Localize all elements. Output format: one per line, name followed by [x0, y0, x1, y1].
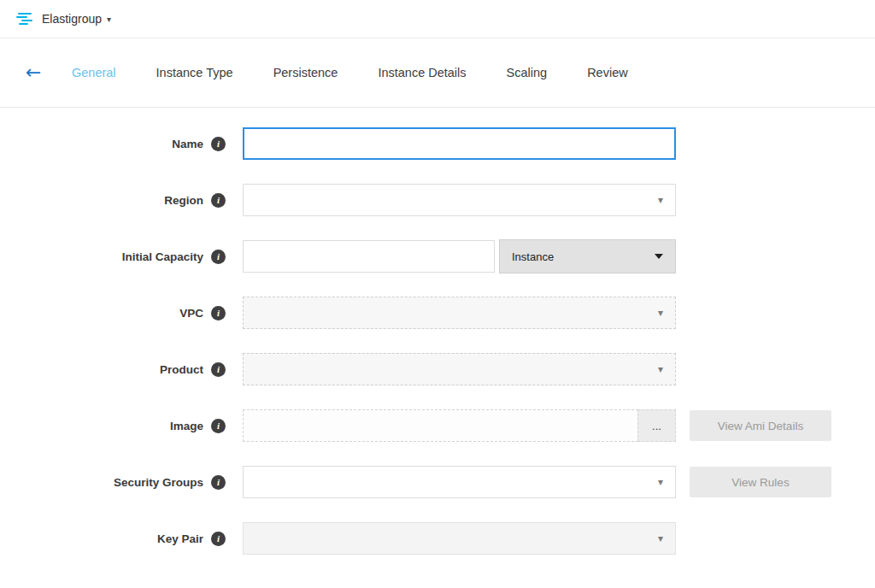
tab-review[interactable]: Review — [587, 66, 628, 79]
product-select[interactable]: ▾ — [243, 353, 676, 385]
form-row-region: Region i ▾ — [0, 184, 875, 216]
initial-capacity-input[interactable] — [243, 240, 495, 273]
form-row-key-pair: Key Pair i ▾ — [0, 522, 875, 555]
app-header: Elastigroup ▾ — [0, 0, 875, 38]
info-icon[interactable]: i — [211, 419, 226, 433]
form-row-vpc: VPC i ▾ — [0, 297, 875, 329]
caret-down-icon: ▾ — [658, 363, 663, 375]
info-icon[interactable]: i — [211, 250, 226, 264]
key-pair-label: Key Pair — [157, 532, 203, 545]
image-label: Image — [170, 420, 203, 432]
caret-down-icon: ▾ — [658, 194, 663, 206]
image-field-group: ... — [243, 409, 676, 442]
tabs: General Instance Type Persistence Instan… — [72, 66, 628, 79]
elastigroup-logo-icon — [15, 12, 34, 26]
tab-scaling[interactable]: Scaling — [507, 66, 548, 79]
view-ami-details-button[interactable]: View Ami Details — [690, 410, 831, 441]
back-button[interactable]: ← — [21, 63, 46, 82]
image-browse-button[interactable]: ... — [637, 409, 676, 442]
app-title[interactable]: Elastigroup — [42, 12, 102, 26]
view-rules-button[interactable]: View Rules — [690, 467, 831, 497]
initial-capacity-label: Initial Capacity — [122, 250, 203, 263]
form-row-name: Name i — [0, 127, 875, 160]
wizard-tab-bar: ← General Instance Type Persistence Inst… — [0, 38, 875, 108]
product-label: Product — [160, 363, 203, 376]
name-input[interactable] — [243, 127, 676, 160]
vpc-label: VPC — [179, 307, 203, 320]
vpc-select[interactable]: ▾ — [243, 297, 676, 329]
capacity-unit-select[interactable]: Instance — [499, 239, 676, 273]
info-icon[interactable]: i — [211, 306, 226, 320]
info-icon[interactable]: i — [211, 193, 226, 208]
caret-down-icon: ▾ — [658, 307, 663, 319]
form-row-initial-capacity: Initial Capacity i Instance — [0, 240, 875, 273]
form-row-security-groups: Security Groups i ▾ View Rules — [0, 466, 875, 498]
info-icon[interactable]: i — [211, 475, 226, 490]
form-row-image: Image i ... View Ami Details — [0, 409, 875, 442]
form-row-product: Product i ▾ — [0, 353, 875, 385]
caret-down-icon: ▾ — [658, 532, 663, 544]
tab-instance-details[interactable]: Instance Details — [378, 66, 466, 79]
region-select[interactable]: ▾ — [243, 184, 676, 216]
tab-persistence[interactable]: Persistence — [273, 66, 338, 79]
security-groups-select[interactable]: ▾ — [243, 466, 676, 498]
key-pair-select[interactable]: ▾ — [243, 522, 676, 555]
image-input[interactable] — [243, 409, 638, 442]
name-label: Name — [172, 138, 203, 150]
chevron-down-icon[interactable]: ▾ — [107, 15, 111, 24]
general-form: Name i Region i ▾ Initial Capacity i Ins… — [0, 108, 875, 555]
capacity-unit-value: Instance — [512, 250, 554, 263]
caret-down-icon: ▾ — [658, 476, 663, 488]
tab-general[interactable]: General — [72, 66, 116, 79]
caret-down-icon — [655, 254, 663, 259]
region-label: Region — [164, 194, 203, 207]
info-icon[interactable]: i — [211, 362, 226, 377]
info-icon[interactable]: i — [211, 137, 226, 151]
tab-instance-type[interactable]: Instance Type — [156, 66, 233, 79]
security-groups-label: Security Groups — [114, 476, 203, 489]
info-icon[interactable]: i — [211, 532, 226, 546]
